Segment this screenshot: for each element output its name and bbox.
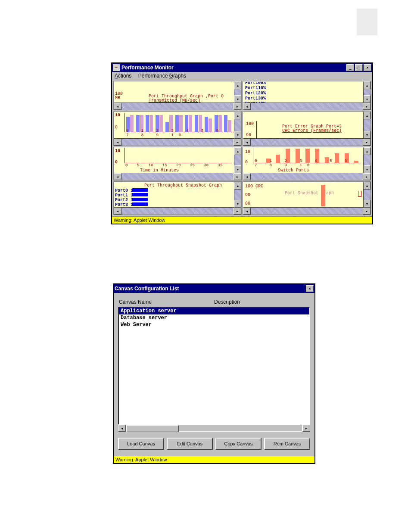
hscroll[interactable]: ◂▸ bbox=[114, 103, 241, 110]
app-icon: ☕ bbox=[113, 64, 120, 71]
y100: 100 bbox=[246, 121, 254, 126]
canvas-list[interactable]: Application server Database server Web S… bbox=[118, 307, 310, 425]
list-item[interactable]: Web Server bbox=[119, 321, 309, 328]
list-item[interactable]: Port120% bbox=[245, 91, 266, 96]
pane-time-minutes: 10 0 0 5 10 15 20 25 30 35 Time in Minut… bbox=[113, 147, 242, 180]
pane-port-snapshot: 100 CRC 90 80 Port Snapshot Graph ▴▾ ◂▸ bbox=[243, 181, 371, 215]
y10: 10 bbox=[115, 149, 120, 153]
scroll-right-icon[interactable]: ▸ bbox=[363, 103, 371, 110]
y10: 10 bbox=[245, 149, 250, 154]
pane7-title: Port Throughput Snapshot Graph bbox=[144, 183, 222, 188]
list-item[interactable]: Port130% bbox=[245, 96, 266, 101]
vscroll[interactable]: ▴▾ bbox=[234, 182, 241, 208]
y80: 80 bbox=[245, 201, 250, 206]
hscroll[interactable]: ◂▸ bbox=[114, 208, 241, 215]
list-item[interactable]: Application server bbox=[119, 308, 309, 314]
page-side-tab bbox=[357, 9, 377, 35]
col-canvas-name: Canvas Name bbox=[119, 299, 214, 305]
close-button[interactable]: × bbox=[306, 285, 314, 292]
pane-switch-ports-bars: 10 0 0 1 2 3 4 5 6 7 8 9 10 ▴▾ ◂▸ bbox=[113, 111, 242, 146]
canvas-config-dialog: Canvas Configuration List × Canvas Name … bbox=[113, 283, 315, 464]
graph-grid: 100 MB Port Throughput Graph ,Port 0 Tra… bbox=[112, 80, 372, 216]
pane4-title2: CRC Errors (Frames/sec) bbox=[282, 128, 342, 133]
x-ticks: 0 1 2 3 4 5 6 7 8 9 10 bbox=[126, 129, 234, 137]
list-item[interactable]: Port100% bbox=[245, 81, 266, 86]
applet-warning: Warning: Applet Window bbox=[114, 456, 314, 463]
vscroll[interactable]: ▴▾ bbox=[364, 182, 371, 208]
pane-port-list: Port100% Port110% Port120% Port130% Port… bbox=[243, 81, 371, 110]
scroll-up-icon[interactable]: ▴ bbox=[364, 81, 371, 89]
dialog-title: Canvas Configuration List bbox=[115, 286, 179, 292]
list-item[interactable]: Database server bbox=[119, 314, 309, 321]
hbar bbox=[132, 188, 148, 192]
hscroll[interactable]: ◂▸ bbox=[243, 139, 371, 146]
vscroll[interactable]: ▴▾ bbox=[234, 112, 241, 139]
menu-actions[interactable]: AActionsctions bbox=[115, 73, 131, 79]
x-label: Switch Ports bbox=[278, 168, 309, 173]
menubar: AActionsctions Performance Graphs bbox=[112, 72, 372, 80]
y10: 10 bbox=[115, 113, 120, 118]
hscroll[interactable]: ◂▸ bbox=[243, 173, 371, 180]
load-canvas-button[interactable]: Load Canvas bbox=[118, 438, 164, 450]
edit-canvas-button[interactable]: Edit Canvas bbox=[167, 438, 213, 450]
vscroll[interactable]: ▴▾ bbox=[364, 147, 371, 173]
marker bbox=[358, 191, 361, 197]
scroll-up-icon[interactable]: ▴ bbox=[234, 112, 241, 119]
y90: 90 bbox=[246, 133, 251, 137]
scroll-right-icon[interactable]: ▸ bbox=[302, 425, 310, 432]
hscroll[interactable]: ◂▸ bbox=[118, 425, 310, 432]
scroll-right-icon[interactable]: ▸ bbox=[234, 139, 241, 146]
list-item[interactable]: Port140% bbox=[245, 101, 266, 103]
vscroll[interactable]: ▴▾ bbox=[364, 81, 371, 103]
titlebar[interactable]: ☕ Performance Monitor _ □ × bbox=[112, 63, 372, 72]
hbar bbox=[132, 193, 148, 196]
window-title: Performance Monitor bbox=[121, 65, 174, 71]
scroll-down-icon[interactable]: ▾ bbox=[234, 131, 241, 139]
hscroll[interactable]: ◂▸ bbox=[114, 139, 241, 146]
pane-switch-ports-errors: 10 0 0 1 2 3 4 5 6 7 8 9 10 Switch Ports… bbox=[243, 147, 371, 180]
scroll-left-icon[interactable]: ◂ bbox=[114, 139, 121, 146]
y100: 100 CRC bbox=[245, 184, 263, 189]
menu-performance-graphs[interactable]: Performance Graphs bbox=[138, 73, 186, 79]
hscroll[interactable]: ◂▸ bbox=[243, 103, 371, 110]
col-description: Description bbox=[214, 299, 309, 305]
minimize-button[interactable]: _ bbox=[346, 64, 354, 71]
y0: 0 bbox=[115, 125, 118, 130]
vscroll[interactable]: ▴▾ bbox=[234, 81, 241, 103]
list-item[interactable]: Port110% bbox=[245, 86, 266, 91]
pane-throughput-port0: 100 MB Port Throughput Graph ,Port 0 Tra… bbox=[113, 81, 242, 110]
rem-canvas-button[interactable]: Rem Canvas bbox=[264, 438, 310, 450]
scroll-up-icon[interactable]: ▴ bbox=[234, 81, 241, 89]
vscroll[interactable]: ▴▾ bbox=[364, 112, 371, 139]
x-ticks: 0 5 10 15 20 25 30 35 bbox=[125, 163, 222, 168]
scroll-down-icon[interactable]: ▾ bbox=[234, 95, 241, 103]
hscroll[interactable]: ◂▸ bbox=[243, 208, 371, 215]
y90: 90 bbox=[245, 193, 250, 197]
pane-throughput-snapshot: Port Throughput Snapshot Graph Port0 150… bbox=[113, 181, 242, 215]
x-label: Time in Minutes bbox=[140, 168, 179, 173]
hbar bbox=[132, 202, 148, 206]
column-headers: Canvas Name Description bbox=[118, 297, 310, 307]
y0: 0 bbox=[115, 160, 118, 165]
close-button[interactable]: × bbox=[364, 64, 371, 71]
applet-warning: Warning: Applet Window bbox=[112, 216, 372, 224]
scroll-left-icon[interactable]: ◂ bbox=[243, 103, 251, 110]
maximize-button[interactable]: □ bbox=[355, 64, 363, 71]
titlebar[interactable]: Canvas Configuration List × bbox=[114, 284, 314, 293]
scroll-right-icon[interactable]: ▸ bbox=[234, 103, 241, 110]
hbar bbox=[132, 198, 148, 201]
performance-monitor-window: ☕ Performance Monitor _ □ × AActionsctio… bbox=[111, 62, 373, 224]
pane8-title: Port Snapshot Graph bbox=[285, 191, 334, 196]
hscroll[interactable]: ◂▸ bbox=[114, 173, 241, 180]
scroll-left-icon[interactable]: ◂ bbox=[114, 103, 121, 110]
x-ticks: 0 1 2 3 4 5 6 7 8 9 10 bbox=[255, 159, 363, 168]
vscroll[interactable]: ▴▾ bbox=[234, 147, 241, 173]
copy-canvas-button[interactable]: Copy Canvas bbox=[215, 438, 262, 450]
y-unit: MB bbox=[115, 96, 120, 100]
y0: 0 bbox=[245, 160, 248, 165]
scroll-left-icon[interactable]: ◂ bbox=[118, 425, 126, 432]
bar bbox=[321, 185, 325, 206]
pane-port-error: 100 90 Port Error Graph Port=3 CRC Error… bbox=[243, 111, 371, 146]
scroll-down-icon[interactable]: ▾ bbox=[364, 95, 371, 103]
pane1-title2: Transmitted (MB/sec) bbox=[149, 98, 200, 103]
